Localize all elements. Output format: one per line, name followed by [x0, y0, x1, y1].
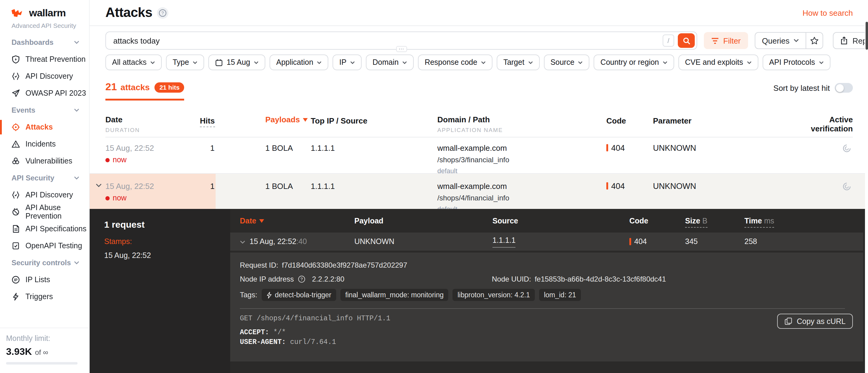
filter-icon	[711, 37, 719, 44]
active-verification-icon[interactable]	[842, 144, 851, 175]
how-to-search-link[interactable]: How to search	[803, 8, 853, 17]
attack-row-selected[interactable]: 15 Aug, 22:52 now 1 1 BOLA 1.1.1.1 wmall…	[90, 174, 868, 213]
sidebar-section-events[interactable]: Events	[0, 102, 89, 119]
sidebar-item-api-specifications[interactable]: API Specifications	[0, 220, 89, 237]
report-button[interactable]: Report	[833, 32, 868, 49]
copy-as-curl-button[interactable]: Copy as cURL	[777, 314, 853, 329]
sidebar-item-attacks[interactable]: Attacks	[0, 119, 89, 136]
col-payloads[interactable]: Payloads	[265, 115, 311, 124]
request-row[interactable]: 15 Aug, 22:52:40 UNKNOWN 1.1.1.1 404 345…	[230, 232, 863, 251]
brand-name: wallarm	[29, 7, 66, 20]
favorite-star-button[interactable]	[807, 32, 824, 49]
filter-chip-cve[interactable]: CVE and exploits	[678, 55, 758, 70]
tag-chip[interactable]: lom_id: 21	[539, 289, 581, 301]
detail-col-size[interactable]: Size B	[685, 216, 744, 225]
lightning-icon	[266, 291, 272, 298]
sidebar-item-owasp-api[interactable]: OWASP API 2023	[0, 85, 89, 102]
node-uuid-label: Node UUID:	[492, 275, 531, 283]
search-row: / Filter Queries R	[90, 26, 868, 50]
biohazard-icon	[11, 157, 20, 165]
request-details: Request ID: f7d1840d63380e3f9278ae757d20…	[230, 252, 863, 362]
filter-chip-date[interactable]: 15 Aug	[208, 55, 265, 70]
sidebar-item-api-discovery[interactable]: API Discovery	[0, 187, 89, 204]
col-duration: DURATION	[105, 127, 200, 133]
code-status-bar	[606, 144, 608, 151]
page-title: Attacks	[105, 5, 152, 21]
detail-col-time[interactable]: Time ms	[744, 216, 806, 225]
sidebar-item-triggers[interactable]: Triggers	[0, 288, 89, 305]
col-hits[interactable]: Hits	[200, 116, 215, 127]
checklist-icon	[11, 242, 20, 250]
attacks-table-header: Date DURATION Hits Payloads Top IP / Sou…	[90, 100, 868, 137]
help-icon[interactable]: ?	[157, 7, 169, 19]
col-domain: Domain / Path	[437, 115, 606, 124]
chevron-down-icon	[74, 176, 79, 180]
row-expand-chevron[interactable]	[96, 184, 102, 187]
filter-chip-all-attacks[interactable]: All attacks	[105, 55, 162, 70]
sort-toggle[interactable]	[835, 83, 853, 93]
search-resize-handle[interactable]	[396, 46, 407, 52]
filter-chip-type[interactable]: Type	[166, 55, 204, 70]
node-ip-value: 2.2.2.2:80	[312, 275, 344, 283]
info-icon[interactable]: ?	[298, 276, 305, 283]
filter-chip-source[interactable]: Source	[544, 55, 589, 70]
sidebar-item-incidents[interactable]: Incidents	[0, 136, 89, 153]
document-icon	[11, 225, 20, 233]
filter-chip-application[interactable]: Application	[270, 55, 328, 70]
sidebar-item-api-abuse-prevention[interactable]: API Abuse Prevention	[0, 204, 89, 220]
sidebar-item-openapi-testing[interactable]: OpenAPI Testing	[0, 237, 89, 254]
detail-col-date[interactable]: Date	[240, 216, 354, 225]
active-verification-icon[interactable]	[842, 182, 851, 213]
chevron-down-icon	[481, 61, 486, 64]
divider	[240, 308, 845, 309]
tag-chip[interactable]: final_wallarm_mode: monitoring	[340, 289, 448, 301]
scrollbar-thumb[interactable]	[865, 22, 868, 50]
search-box[interactable]: /	[105, 31, 697, 50]
col-date: Date	[105, 115, 200, 124]
sort-control: Sort by latest hit	[774, 83, 853, 93]
filter-chip-ip[interactable]: IP	[333, 55, 362, 70]
source-ip-link[interactable]: 1.1.1.1	[492, 236, 516, 247]
filter-chip-country[interactable]: Country or region	[594, 55, 674, 70]
filter-chip-domain[interactable]: Domain	[366, 55, 414, 70]
tag-chip[interactable]: libproton_version: 4.2.1	[453, 289, 535, 301]
brand-subtitle: Advanced API Security	[11, 22, 89, 29]
tab-row: 21 attacks 21 hits Sort by latest hit	[90, 70, 868, 100]
tags-label: Tags:	[240, 291, 257, 299]
braces-icon	[11, 191, 20, 199]
sidebar-item-threat-prevention[interactable]: Threat Prevention	[0, 51, 89, 68]
chevron-down-icon	[74, 108, 79, 112]
search-button[interactable]	[678, 33, 695, 48]
bot-crossed-icon	[11, 208, 20, 216]
monthly-limit-value: 3.93K	[6, 346, 32, 357]
detail-summary-panel: 1 request Stamps: 15 Aug, 22:52	[90, 209, 230, 373]
sidebar-item-api-discovery-dash[interactable]: API Discovery	[0, 68, 89, 85]
target-icon	[11, 123, 20, 131]
search-icon	[682, 37, 690, 44]
filter-button[interactable]: Filter	[704, 32, 748, 49]
tag-chip[interactable]: detect-bola-trigger	[261, 289, 336, 301]
filter-chip-response-code[interactable]: Response code	[418, 55, 492, 70]
search-input[interactable]	[113, 36, 663, 45]
sidebar-section-dashboards[interactable]: Dashboards	[0, 34, 89, 51]
queries-button[interactable]: Queries	[755, 32, 807, 49]
tab-attacks[interactable]: 21 attacks 21 hits	[105, 81, 184, 100]
sidebar-item-ip-lists[interactable]: IP IP Lists	[0, 271, 89, 288]
request-id-label: Request ID:	[240, 261, 278, 270]
sidebar-item-vulnerabilities[interactable]: Vulnerabilities	[0, 153, 89, 169]
code-status-bar	[606, 182, 608, 189]
attack-row[interactable]: 15 Aug, 22:52 now 1 1 BOLA 1.1.1.1 wmall…	[90, 137, 868, 174]
brand: wallarm Advanced API Security	[0, 0, 89, 29]
slash-shortcut-key: /	[663, 34, 674, 46]
filter-chip-target[interactable]: Target	[497, 55, 540, 70]
paper-plane-icon	[11, 89, 20, 97]
sidebar-section-security-controls[interactable]: Security controls	[0, 254, 89, 271]
chevron-down-icon	[794, 39, 799, 42]
code-status-bar	[629, 238, 631, 245]
recency-dot	[105, 196, 110, 200]
detail-col-source: Source	[492, 216, 629, 225]
filter-chip-api-protocols[interactable]: API Protocols	[763, 55, 830, 70]
sidebar-section-api-security[interactable]: API Security	[0, 169, 89, 187]
request-expand-chevron[interactable]	[240, 240, 245, 244]
sidebar: wallarm Advanced API Security Dashboards…	[0, 0, 90, 373]
